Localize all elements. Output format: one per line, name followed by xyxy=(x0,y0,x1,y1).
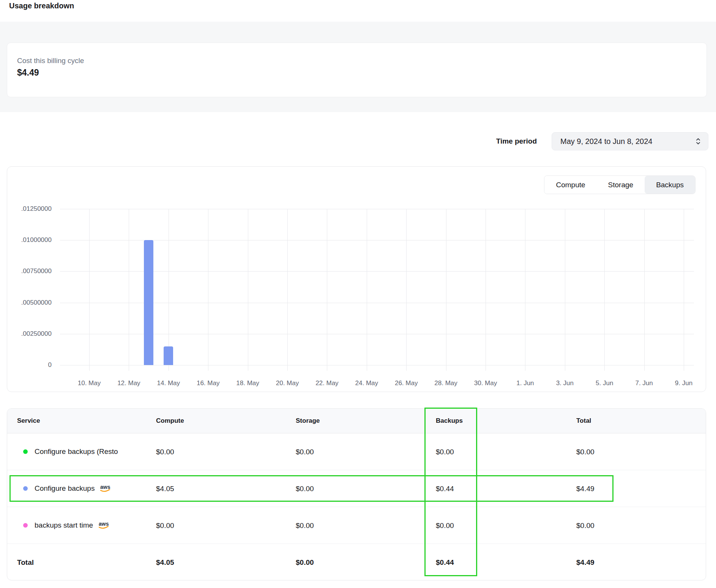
table-row: backups start time aws $0.00 $0.00 $0.00… xyxy=(7,507,706,544)
series-dot xyxy=(23,523,28,528)
chart-metric-tabs: Compute Storage Backups xyxy=(544,175,695,194)
x-tick-label: 24. May xyxy=(344,379,390,387)
usage-bar-14-may[interactable] xyxy=(164,346,173,365)
storage-cell: $0.00 xyxy=(296,470,314,507)
gridline xyxy=(565,209,565,371)
gridline xyxy=(60,240,694,240)
x-tick-label: 14. May xyxy=(146,379,191,387)
time-period-value: May 9, 2024 to Jun 8, 2024 xyxy=(560,137,652,146)
gridline xyxy=(60,334,694,334)
column-header-total: Total xyxy=(576,409,591,433)
aws-logo-icon: aws xyxy=(98,521,110,530)
gridline xyxy=(208,209,208,371)
storage-cell: $0.00 xyxy=(296,433,314,470)
backups-cell: $0.00 xyxy=(436,433,454,470)
gridline xyxy=(287,209,288,371)
table-row: Configure backups (Resto aws $0.00 $0.00… xyxy=(7,433,706,470)
gridline xyxy=(60,209,694,209)
page-title: Usage breakdown xyxy=(9,2,74,10)
service-name: backups start time xyxy=(35,521,93,530)
cost-card: Cost this billing cycle $4.49 xyxy=(7,43,707,97)
cost-label: Cost this billing cycle xyxy=(17,57,707,65)
y-tick-label: .01250000 xyxy=(7,205,52,213)
usage-chart-card: Compute Storage Backups .01250000.010000… xyxy=(7,166,706,392)
table-total-row: Total $4.05 $0.00 $0.44 $4.49 xyxy=(7,544,706,580)
service-name: Configure backups xyxy=(35,484,95,493)
gridline xyxy=(60,271,694,272)
gridline xyxy=(525,209,525,371)
column-header-storage: Storage xyxy=(296,409,320,433)
tab-storage[interactable]: Storage xyxy=(597,176,645,194)
storage-total-cell: $0.00 xyxy=(296,544,314,580)
svg-text:aws: aws xyxy=(99,521,109,527)
y-tick-label: .01000000 xyxy=(7,236,52,244)
y-tick-label: .00750000 xyxy=(7,267,52,275)
service-name: Configure backups (Resto xyxy=(35,447,118,456)
series-dot xyxy=(23,486,28,491)
gridline xyxy=(446,209,446,371)
series-dot xyxy=(23,449,28,454)
backups-total-cell: $0.44 xyxy=(436,544,454,580)
backups-cell: $0.44 xyxy=(436,470,454,507)
backups-cell: $0.00 xyxy=(436,507,454,544)
x-tick-label: 18. May xyxy=(225,379,271,387)
time-period-label: Time period xyxy=(496,137,537,145)
gridline xyxy=(604,209,605,371)
gridline xyxy=(89,209,90,371)
aws-logo-icon: aws xyxy=(99,484,112,493)
gridline xyxy=(684,209,684,371)
gridline xyxy=(486,209,486,371)
compute-total-cell: $4.05 xyxy=(156,544,174,580)
table-header-row: Service Compute Storage Backups Total xyxy=(7,409,706,433)
x-tick-label: 7. Jun xyxy=(621,379,667,387)
up-down-chevron-icon xyxy=(695,138,701,145)
x-tick-label: 26. May xyxy=(383,379,429,387)
cost-value: $4.49 xyxy=(17,68,707,78)
x-tick-label: 16. May xyxy=(185,379,231,387)
y-tick-label: .00500000 xyxy=(7,299,52,307)
total-cell: $4.49 xyxy=(576,470,595,507)
gridline xyxy=(60,365,694,365)
x-tick-label: 9. Jun xyxy=(661,379,707,387)
x-tick-label: 12. May xyxy=(106,379,151,387)
x-tick-label: 28. May xyxy=(423,379,469,387)
gridline xyxy=(367,209,367,371)
gridline xyxy=(406,209,407,371)
summary-band: Cost this billing cycle $4.49 xyxy=(0,22,716,112)
compute-cell: $4.05 xyxy=(156,470,174,507)
time-period-select[interactable]: May 9, 2024 to Jun 8, 2024 xyxy=(552,132,708,150)
total-row-label: Total xyxy=(17,544,34,580)
total-cell: $0.00 xyxy=(576,507,595,544)
gridline xyxy=(129,209,129,371)
svg-text:aws: aws xyxy=(100,484,110,490)
column-header-backups: Backups xyxy=(436,409,463,433)
column-header-compute: Compute xyxy=(156,409,184,433)
compute-cell: $0.00 xyxy=(156,433,174,470)
x-tick-label: 22. May xyxy=(304,379,350,387)
table-row: Configure backups aws $4.05 $0.00 $0.44 … xyxy=(7,470,706,507)
gridline xyxy=(248,209,248,371)
x-tick-label: 3. Jun xyxy=(542,379,588,387)
y-tick-label: 0 xyxy=(7,361,52,369)
x-tick-label: 1. Jun xyxy=(502,379,548,387)
time-period-row: Time period May 9, 2024 to Jun 8, 2024 xyxy=(496,132,708,150)
x-tick-label: 20. May xyxy=(265,379,310,387)
gridline xyxy=(327,209,327,371)
x-tick-label: 30. May xyxy=(463,379,508,387)
total-cell: $0.00 xyxy=(576,433,595,470)
usage-table-card: Service Compute Storage Backups Total Co… xyxy=(7,408,706,580)
gridline xyxy=(644,209,645,371)
compute-cell: $0.00 xyxy=(156,507,174,544)
tab-compute[interactable]: Compute xyxy=(544,176,596,194)
y-tick-label: .00250000 xyxy=(7,330,52,338)
tab-backups[interactable]: Backups xyxy=(645,176,695,194)
bar-chart-plot-area xyxy=(60,209,694,365)
gridline xyxy=(60,303,694,303)
x-tick-label: 10. May xyxy=(66,379,112,387)
storage-cell: $0.00 xyxy=(296,507,314,544)
grand-total-cell: $4.49 xyxy=(576,544,595,580)
usage-bar-13-may[interactable] xyxy=(144,240,153,365)
column-header-service: Service xyxy=(17,409,40,433)
x-tick-label: 5. Jun xyxy=(582,379,627,387)
